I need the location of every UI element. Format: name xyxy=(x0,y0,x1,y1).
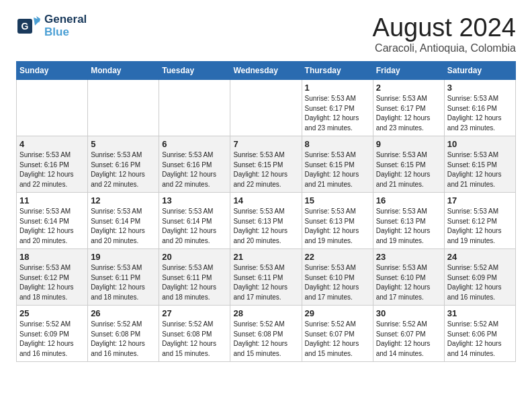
day-number: 18 xyxy=(19,252,85,262)
day-info: Sunrise: 5:53 AM Sunset: 6:12 PM Dayligh… xyxy=(19,263,85,302)
calendar-week-row: 25Sunrise: 5:52 AM Sunset: 6:09 PM Dayli… xyxy=(17,306,516,362)
day-number: 13 xyxy=(162,195,227,205)
day-number: 10 xyxy=(447,139,513,149)
day-number: 25 xyxy=(19,308,85,318)
day-info: Sunrise: 5:52 AM Sunset: 6:07 PM Dayligh… xyxy=(305,320,370,359)
day-number: 19 xyxy=(91,252,156,262)
logo-text-blue: Blue xyxy=(44,26,87,39)
day-number: 22 xyxy=(305,252,370,262)
calendar-cell: 5Sunrise: 5:53 AM Sunset: 6:16 PM Daylig… xyxy=(88,136,159,193)
calendar-cell: 19Sunrise: 5:53 AM Sunset: 6:11 PM Dayli… xyxy=(88,249,159,306)
day-number: 15 xyxy=(305,195,370,205)
day-number: 17 xyxy=(447,195,513,205)
weekday-header-row: SundayMondayTuesdayWednesdayThursdayFrid… xyxy=(17,62,516,80)
day-number: 29 xyxy=(305,308,370,318)
calendar-cell: 15Sunrise: 5:53 AM Sunset: 6:13 PM Dayli… xyxy=(302,193,373,249)
calendar-cell: 17Sunrise: 5:53 AM Sunset: 6:12 PM Dayli… xyxy=(444,193,515,249)
svg-text:G: G xyxy=(21,21,29,32)
day-info: Sunrise: 5:52 AM Sunset: 6:08 PM Dayligh… xyxy=(162,320,227,359)
calendar-cell: 25Sunrise: 5:52 AM Sunset: 6:09 PM Dayli… xyxy=(17,306,88,362)
day-info: Sunrise: 5:53 AM Sunset: 6:15 PM Dayligh… xyxy=(233,150,298,189)
calendar-cell: 2Sunrise: 5:53 AM Sunset: 6:17 PM Daylig… xyxy=(373,80,444,136)
day-info: Sunrise: 5:52 AM Sunset: 6:08 PM Dayligh… xyxy=(233,320,298,359)
calendar-cell: 18Sunrise: 5:53 AM Sunset: 6:12 PM Dayli… xyxy=(17,249,88,306)
day-number: 20 xyxy=(162,252,227,262)
calendar-cell: 23Sunrise: 5:53 AM Sunset: 6:10 PM Dayli… xyxy=(373,249,444,306)
day-number: 11 xyxy=(19,195,85,205)
day-info: Sunrise: 5:53 AM Sunset: 6:10 PM Dayligh… xyxy=(376,263,441,302)
day-info: Sunrise: 5:53 AM Sunset: 6:17 PM Dayligh… xyxy=(376,94,441,133)
day-number: 26 xyxy=(91,308,156,318)
calendar-cell: 11Sunrise: 5:53 AM Sunset: 6:14 PM Dayli… xyxy=(17,193,88,249)
day-info: Sunrise: 5:53 AM Sunset: 6:11 PM Dayligh… xyxy=(91,263,156,302)
calendar-cell xyxy=(88,80,159,136)
day-number: 3 xyxy=(447,83,513,93)
day-number: 2 xyxy=(376,83,441,93)
day-info: Sunrise: 5:52 AM Sunset: 6:08 PM Dayligh… xyxy=(91,320,156,359)
calendar-cell: 7Sunrise: 5:53 AM Sunset: 6:15 PM Daylig… xyxy=(230,136,302,193)
logo-text-general: General xyxy=(44,13,87,26)
day-number: 8 xyxy=(305,139,370,149)
day-info: Sunrise: 5:53 AM Sunset: 6:13 PM Dayligh… xyxy=(305,207,370,246)
weekday-header-wednesday: Wednesday xyxy=(230,62,302,80)
calendar-cell xyxy=(17,80,88,136)
calendar-cell: 31Sunrise: 5:52 AM Sunset: 6:06 PM Dayli… xyxy=(444,306,515,362)
calendar-cell: 27Sunrise: 5:52 AM Sunset: 6:08 PM Dayli… xyxy=(159,306,230,362)
calendar-cell: 9Sunrise: 5:53 AM Sunset: 6:15 PM Daylig… xyxy=(373,136,444,193)
day-number: 12 xyxy=(91,195,156,205)
calendar-table: SundayMondayTuesdayWednesdayThursdayFrid… xyxy=(16,61,516,362)
weekday-header-tuesday: Tuesday xyxy=(159,62,230,80)
day-number: 30 xyxy=(376,308,441,318)
weekday-header-friday: Friday xyxy=(373,62,444,80)
weekday-header-sunday: Sunday xyxy=(17,62,88,80)
calendar-cell xyxy=(230,80,302,136)
calendar-cell: 30Sunrise: 5:52 AM Sunset: 6:07 PM Dayli… xyxy=(373,306,444,362)
calendar-cell: 14Sunrise: 5:53 AM Sunset: 6:13 PM Dayli… xyxy=(230,193,302,249)
day-info: Sunrise: 5:53 AM Sunset: 6:12 PM Dayligh… xyxy=(447,207,513,246)
calendar-cell: 24Sunrise: 5:52 AM Sunset: 6:09 PM Dayli… xyxy=(444,249,515,306)
calendar-cell: 20Sunrise: 5:53 AM Sunset: 6:11 PM Dayli… xyxy=(159,249,230,306)
day-info: Sunrise: 5:53 AM Sunset: 6:11 PM Dayligh… xyxy=(233,263,298,302)
calendar-cell: 8Sunrise: 5:53 AM Sunset: 6:15 PM Daylig… xyxy=(302,136,373,193)
day-number: 5 xyxy=(91,139,156,149)
day-info: Sunrise: 5:53 AM Sunset: 6:14 PM Dayligh… xyxy=(91,207,156,246)
calendar-cell: 29Sunrise: 5:52 AM Sunset: 6:07 PM Dayli… xyxy=(302,306,373,362)
day-info: Sunrise: 5:53 AM Sunset: 6:13 PM Dayligh… xyxy=(233,207,298,246)
calendar-cell: 22Sunrise: 5:53 AM Sunset: 6:10 PM Dayli… xyxy=(302,249,373,306)
day-number: 24 xyxy=(447,252,513,262)
day-info: Sunrise: 5:53 AM Sunset: 6:17 PM Dayligh… xyxy=(305,94,370,133)
day-info: Sunrise: 5:53 AM Sunset: 6:15 PM Dayligh… xyxy=(447,150,513,189)
day-number: 23 xyxy=(376,252,441,262)
calendar-cell: 3Sunrise: 5:53 AM Sunset: 6:16 PM Daylig… xyxy=(444,80,515,136)
calendar-cell: 26Sunrise: 5:52 AM Sunset: 6:08 PM Dayli… xyxy=(88,306,159,362)
weekday-header-thursday: Thursday xyxy=(302,62,373,80)
calendar-cell: 28Sunrise: 5:52 AM Sunset: 6:08 PM Dayli… xyxy=(230,306,302,362)
calendar-week-row: 18Sunrise: 5:53 AM Sunset: 6:12 PM Dayli… xyxy=(17,249,516,306)
calendar-week-row: 4Sunrise: 5:53 AM Sunset: 6:16 PM Daylig… xyxy=(17,136,516,193)
day-info: Sunrise: 5:53 AM Sunset: 6:15 PM Dayligh… xyxy=(376,150,441,189)
day-number: 27 xyxy=(162,308,227,318)
calendar-cell: 6Sunrise: 5:53 AM Sunset: 6:16 PM Daylig… xyxy=(159,136,230,193)
calendar-week-row: 1Sunrise: 5:53 AM Sunset: 6:17 PM Daylig… xyxy=(17,80,516,136)
day-info: Sunrise: 5:53 AM Sunset: 6:16 PM Dayligh… xyxy=(91,150,156,189)
day-info: Sunrise: 5:53 AM Sunset: 6:16 PM Dayligh… xyxy=(162,150,227,189)
day-number: 6 xyxy=(162,139,227,149)
day-number: 14 xyxy=(233,195,298,205)
day-number: 4 xyxy=(19,139,85,149)
weekday-header-saturday: Saturday xyxy=(444,62,515,80)
day-info: Sunrise: 5:52 AM Sunset: 6:06 PM Dayligh… xyxy=(447,320,513,359)
calendar-cell: 12Sunrise: 5:53 AM Sunset: 6:14 PM Dayli… xyxy=(88,193,159,249)
calendar-cell: 13Sunrise: 5:53 AM Sunset: 6:14 PM Dayli… xyxy=(159,193,230,249)
weekday-header-monday: Monday xyxy=(88,62,159,80)
calendar-cell: 1Sunrise: 5:53 AM Sunset: 6:17 PM Daylig… xyxy=(302,80,373,136)
day-number: 16 xyxy=(376,195,441,205)
day-info: Sunrise: 5:52 AM Sunset: 6:07 PM Dayligh… xyxy=(376,320,441,359)
day-number: 21 xyxy=(233,252,298,262)
calendar-week-row: 11Sunrise: 5:53 AM Sunset: 6:14 PM Dayli… xyxy=(17,193,516,249)
day-number: 9 xyxy=(376,139,441,149)
day-info: Sunrise: 5:53 AM Sunset: 6:13 PM Dayligh… xyxy=(376,207,441,246)
calendar-cell: 10Sunrise: 5:53 AM Sunset: 6:15 PM Dayli… xyxy=(444,136,515,193)
calendar-subtitle: Caracoli, Antioquia, Colombia xyxy=(373,42,516,54)
day-number: 7 xyxy=(233,139,298,149)
day-info: Sunrise: 5:53 AM Sunset: 6:10 PM Dayligh… xyxy=(305,263,370,302)
